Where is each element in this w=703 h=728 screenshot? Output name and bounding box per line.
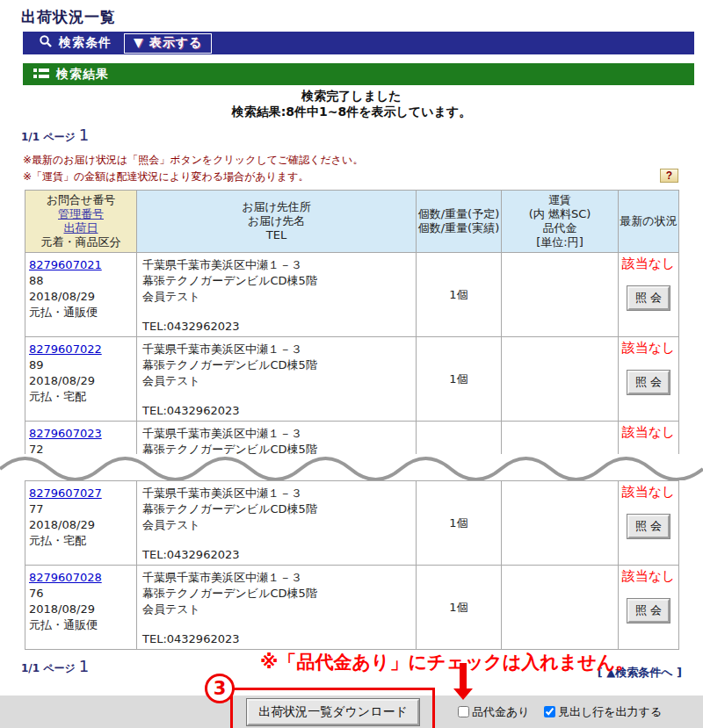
fare-cell (502, 566, 619, 650)
header-row-checkbox[interactable] (544, 706, 555, 717)
status-text: 該当なし (619, 568, 678, 585)
search-complete-message: 検索完了しました (0, 89, 703, 105)
address-line2: 幕張テクノガーデンビルCD棟5階 (142, 586, 414, 602)
header-mgmt-number-link[interactable]: 管理番号 (58, 207, 104, 220)
fare-cell (502, 253, 619, 337)
page-number[interactable]: 1 (79, 657, 89, 675)
status-text: 該当なし (619, 424, 678, 441)
address-line1: 千葉県千葉市美浜区中瀬１－３ (142, 426, 414, 442)
table-row: 8279607028 76 2018/08/29 元払・通販便 千葉県千葉市美浜… (25, 566, 679, 650)
mgmt-number: 76 (29, 586, 134, 602)
tel: TEL:0432962023 (142, 319, 414, 335)
fare-cell (502, 481, 619, 566)
recipient-name: 会員テスト (142, 602, 414, 617)
table-row: 8279607022 89 2018/08/29 元払・宅配 千葉県千葉市美浜区… (25, 337, 679, 422)
note-fare: ※「運賃」の金額は配達状況により変わる場合があります。 (23, 169, 703, 185)
header-unit: [単位:円] (502, 235, 618, 249)
category: 元払・宅配 (29, 533, 134, 549)
address-line1: 千葉県千葉市美浜区中瀬１－３ (142, 570, 414, 586)
address-line2: 幕張テクノガーデンビルCD棟5階 (142, 442, 414, 454)
address-line1: 千葉県千葉市美浜区中瀬１－３ (142, 257, 414, 273)
status-text: 該当なし (619, 484, 678, 501)
address-line2: 幕張テクノガーデンビルCD棟5階 (142, 501, 414, 517)
category: 元払・通販便 (29, 305, 134, 321)
header-category: 元着・商品区分 (25, 235, 136, 249)
address-line2: 幕張テクノガーデンビルCD棟5階 (142, 357, 414, 373)
pagination-top: 1/1 ページ1 (21, 126, 703, 145)
quantity-cell: 1個 (417, 566, 502, 650)
page-title: 出荷状況一覧 (21, 7, 703, 27)
download-toolbar: 3 出荷状況一覧ダウンロード 品代金あり 見出し行を出力する レイアウトはこちら… (0, 696, 703, 728)
category: 元払・宅配 (29, 389, 134, 405)
status-text: 該当なし (619, 256, 678, 272)
header-address: お届け先住所 (137, 200, 416, 214)
header-cod: 品代金 (502, 221, 618, 235)
recipient-name: 会員テスト (142, 517, 414, 533)
search-results-bar: 検索結果 (23, 63, 694, 85)
mgmt-number: 72 (29, 442, 134, 454)
table-row: 8279607021 88 2018/08/29 元払・通販便 千葉県千葉市美浜… (25, 253, 679, 337)
table-row-truncated: 8279607023 72 千葉県千葉市美浜区中瀬１－３ 幕張テクノガーデンビル… (25, 422, 679, 457)
search-icon (39, 34, 53, 52)
header-tel: TEL (137, 228, 416, 242)
cod-checkbox-label[interactable]: 品代金あり (458, 704, 530, 720)
search-conditions-label: 検索条件 (59, 35, 112, 51)
torn-separator (0, 454, 703, 480)
page-number[interactable]: 1 (79, 126, 89, 144)
category: 元払・通販便 (29, 617, 134, 633)
download-button[interactable]: 出荷状況一覧ダウンロード (247, 699, 419, 725)
header-row-checkbox-label[interactable]: 見出し行を出力する (544, 704, 662, 720)
address-line1: 千葉県千葉市美浜区中瀬１－３ (142, 486, 414, 501)
tracking-link[interactable]: 8279607028 (29, 571, 102, 584)
mgmt-number: 89 (29, 357, 134, 373)
ship-date: 2018/08/29 (29, 517, 134, 533)
recipient-name: 会員テスト (142, 373, 414, 389)
note-latest-status: ※最新のお届け状況は「照会」ボタンをクリックしてご確認ください。 (23, 152, 703, 169)
table-header-row: お問合せ番号 管理番号 出荷日 元着・商品区分 お届け先住所 お届け先名 TEL… (25, 191, 679, 253)
tel: TEL:0432962023 (142, 547, 414, 563)
header-fare: 運賃 (502, 193, 618, 207)
tracking-link[interactable]: 8279607022 (29, 342, 102, 356)
cod-checkbox[interactable] (458, 706, 469, 717)
inquiry-button[interactable]: 照 会 (627, 371, 670, 394)
result-count-message: 検索結果:8件中1~8件を表示しています。 (0, 105, 703, 120)
annotation-red-text: ※「品代金あり」にチェックは入れません。 (260, 650, 634, 674)
fare-cell (502, 337, 619, 422)
ship-date: 2018/08/29 (29, 602, 134, 617)
header-fuel-sc: (内 燃料SC) (502, 207, 618, 221)
table-row: 8279607027 77 2018/08/29 元払・宅配 千葉県千葉市美浜区… (25, 481, 679, 566)
tracking-link[interactable]: 8279607023 (29, 427, 102, 440)
results-table: お問合せ番号 管理番号 出荷日 元着・商品区分 お届け先住所 お届け先名 TEL… (25, 190, 679, 456)
inquiry-button[interactable]: 照 会 (627, 599, 670, 623)
ship-date: 2018/08/29 (29, 373, 134, 389)
results-table-continued: 8279607027 77 2018/08/29 元払・宅配 千葉県千葉市美浜区… (25, 480, 679, 650)
tracking-link[interactable]: 8279607027 (29, 487, 102, 500)
list-icon (33, 66, 49, 83)
quantity-cell: 1個 (417, 481, 502, 566)
header-qty-actual: 個数/重量(実績) (417, 221, 501, 235)
help-icon[interactable]: ? (660, 169, 678, 183)
mgmt-number: 88 (29, 273, 134, 289)
header-latest-status: 最新の状況 (619, 214, 678, 228)
header-recipient: お届け先名 (137, 214, 416, 228)
pagination-label: 1/1 ページ (21, 662, 76, 674)
ship-date: 2018/08/29 (29, 289, 134, 305)
address-line1: 千葉県千葉市美浜区中瀬１－３ (142, 342, 414, 357)
status-text: 該当なし (619, 340, 678, 357)
tel: TEL:0432962023 (142, 631, 414, 647)
tel: TEL:0432962023 (142, 403, 414, 419)
header-ship-date-link[interactable]: 出荷日 (64, 221, 98, 234)
address-line2: 幕張テクノガーデンビルCD棟5階 (142, 273, 414, 289)
mgmt-number: 77 (29, 501, 134, 517)
show-conditions-button[interactable]: ▼ 表示する (124, 33, 212, 54)
step-3-marker: 3 (205, 674, 235, 703)
header-inquiry-number: お問合せ番号 (25, 193, 136, 207)
quantity-cell: 1個 (417, 337, 502, 422)
inquiry-button[interactable]: 照 会 (627, 515, 670, 538)
inquiry-button[interactable]: 照 会 (627, 286, 670, 310)
header-qty-planned: 個数/重量(予定) (417, 207, 501, 221)
tracking-link[interactable]: 8279607021 (29, 258, 102, 271)
recipient-name: 会員テスト (142, 289, 414, 305)
search-conditions-bar: 検索条件 ▼ 表示する (23, 32, 694, 54)
pagination-label: 1/1 ページ (21, 131, 76, 143)
